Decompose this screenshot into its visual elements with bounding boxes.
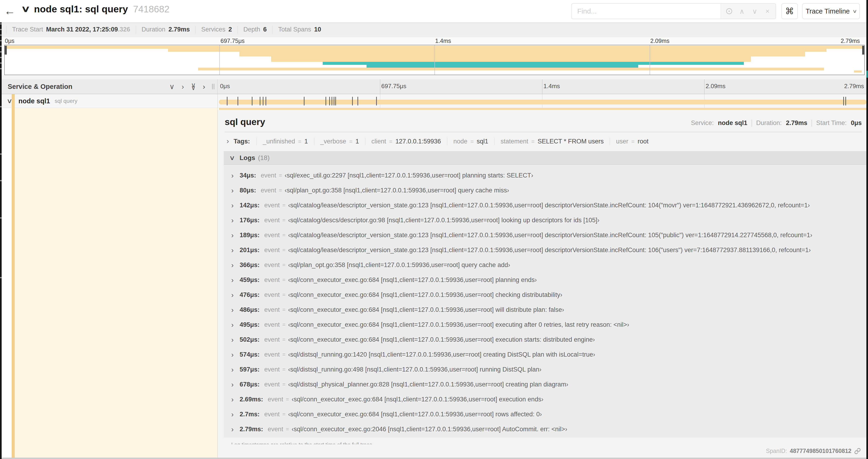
log-field-key: event xyxy=(265,217,280,224)
log-row[interactable]: › 459μs event = ‹sql/conn_executor_exec.… xyxy=(224,272,866,287)
tag-equals: = xyxy=(389,138,393,145)
chevron-right-icon[interactable]: › xyxy=(231,426,240,433)
expand-one-icon[interactable]: › xyxy=(182,83,184,90)
bottom-scrollbar-strip[interactable] xyxy=(2,458,866,459)
log-row[interactable]: › 201μs event = ‹sql/catalog/lease/descr… xyxy=(224,242,866,258)
log-event-value: ‹sql/catalog/lease/descriptor_version_st… xyxy=(288,247,811,254)
tag-item: statement = SELECT * FROM users xyxy=(494,138,610,145)
chevron-right-icon[interactable]: › xyxy=(231,306,240,314)
chevron-down-icon[interactable]: ∨ xyxy=(21,4,31,14)
log-equals: = xyxy=(282,247,286,253)
chevron-right-icon[interactable]: › xyxy=(231,276,240,284)
clear-find-icon[interactable]: × xyxy=(763,6,772,16)
link-icon[interactable] xyxy=(854,448,861,454)
duration-value: 2.79ms xyxy=(786,120,807,127)
chevron-right-icon[interactable]: › xyxy=(231,396,240,403)
chevron-right-icon[interactable]: › xyxy=(231,336,240,343)
log-row[interactable]: › 597μs event = ‹sql/distsql_running.go:… xyxy=(224,362,866,377)
log-row[interactable]: › 476μs event = ‹sql/conn_executor_exec.… xyxy=(224,287,866,302)
chevron-right-icon[interactable]: › xyxy=(231,247,240,254)
column-resizer[interactable] xyxy=(212,84,214,89)
log-row[interactable]: › 176μs event = ‹sql/catalog/descs/descr… xyxy=(224,213,866,228)
span-id-bar: SpanID: 4877749850101760812 xyxy=(218,444,866,458)
top-bar: ← ∨ node sql1: sql query 7418682 ∧ ∨ × ⌘… xyxy=(0,0,868,22)
trace-info-item: Depth 6 xyxy=(238,26,272,34)
find-input[interactable] xyxy=(572,4,720,19)
axis-tick-label: 2.09ms xyxy=(706,83,725,90)
log-equals: = xyxy=(282,276,286,283)
logs-header[interactable]: ∨ Logs (18) xyxy=(224,151,866,165)
axis-tick-label: 2.09ms xyxy=(650,38,670,44)
chevron-right-icon[interactable]: › xyxy=(231,172,240,179)
tags-row[interactable]: › Tags: _unfinished = 1 _verbose = 1 cli… xyxy=(218,132,866,145)
axis-gridline xyxy=(542,79,542,94)
chevron-right-icon[interactable]: › xyxy=(231,232,240,239)
log-row[interactable]: › 2.7ms event = ‹sql/conn_executor_exec.… xyxy=(224,407,866,422)
log-row[interactable]: › 2.79ms event = ‹sql/conn_executor_exec… xyxy=(224,422,866,437)
log-field-key: event xyxy=(268,396,283,403)
chevron-right-icon[interactable]: › xyxy=(231,291,240,299)
log-row[interactable]: › 574μs event = ‹sql/distsql_running.go:… xyxy=(224,347,866,362)
log-row[interactable]: › 142μs event = ‹sql/catalog/lease/descr… xyxy=(224,198,866,213)
log-equals: = xyxy=(282,292,286,298)
span-duration-bar[interactable] xyxy=(219,100,867,104)
span-id-value: 4877749850101760812 xyxy=(790,448,851,454)
tag-equals: = xyxy=(631,138,635,145)
log-timestamp: 495μs xyxy=(240,321,260,328)
next-result-icon[interactable]: ∨ xyxy=(750,6,759,16)
trace-minimap[interactable] xyxy=(4,45,865,75)
chevron-right-icon[interactable]: › xyxy=(231,187,240,194)
span-row-timeline[interactable] xyxy=(218,94,866,108)
expand-all-icon[interactable]: ›› xyxy=(203,83,206,90)
log-row[interactable]: › 678μs event = ‹sql/distsql_physical_pl… xyxy=(224,377,866,392)
collapse-all-icon[interactable]: ∨∨ xyxy=(191,84,196,89)
minimap-left-handle[interactable] xyxy=(5,46,7,55)
log-timestamp: 189μs xyxy=(240,232,260,239)
log-timestamp: 80μs xyxy=(240,187,256,194)
minimap-gridline xyxy=(434,45,435,75)
view-selector-button[interactable]: Trace Timeline ∨ xyxy=(802,3,860,19)
tag-key: node xyxy=(453,138,467,145)
keyboard-shortcuts-button[interactable]: ⌘ xyxy=(781,3,798,19)
trace-info-item: Services 2 xyxy=(195,26,238,34)
tag-key: client xyxy=(371,138,386,145)
log-timestamp: 459μs xyxy=(240,276,260,284)
chevron-right-icon[interactable]: › xyxy=(231,217,240,224)
chevron-right-icon[interactable]: › xyxy=(231,411,240,418)
log-row[interactable]: › 189μs event = ‹sql/catalog/lease/descr… xyxy=(224,228,866,242)
collapse-one-icon[interactable]: ∨ xyxy=(169,83,175,90)
chevron-right-icon[interactable]: › xyxy=(231,321,240,328)
minimap-right-handle[interactable] xyxy=(862,46,864,55)
log-row[interactable]: › 2.69ms event = ‹sql/conn_executor_exec… xyxy=(224,392,866,407)
chevron-right-icon[interactable]: › xyxy=(231,261,240,269)
prev-result-icon[interactable]: ∧ xyxy=(737,6,747,16)
chevron-right-icon[interactable]: › xyxy=(226,137,229,144)
chevron-right-icon[interactable]: › xyxy=(231,351,240,358)
divider xyxy=(811,120,812,127)
log-event-value: ‹sql/conn_executor_exec.go:2046 [nsql1,c… xyxy=(292,426,567,433)
chevron-down-icon[interactable]: ∨ xyxy=(229,154,235,162)
log-row[interactable]: › 502μs event = ‹sql/conn_executor_exec.… xyxy=(224,332,866,347)
log-field-key: event xyxy=(265,336,280,343)
log-row[interactable]: › 495μs event = ‹sql/conn_executor_exec.… xyxy=(224,317,866,332)
log-row[interactable]: › 34μs event = ‹sql/exec_util.go:2297 [n… xyxy=(224,168,866,183)
page-title: node sql1: sql query xyxy=(34,4,128,15)
span-row-label[interactable]: ∨ node sql1 sql query xyxy=(2,94,218,108)
tag-key: user xyxy=(616,138,628,145)
log-row[interactable]: › 80μs event = ‹sql/plan_opt.go:358 [nsq… xyxy=(224,183,866,198)
focus-target-icon[interactable] xyxy=(724,6,734,16)
right-scrollbar-strip[interactable] xyxy=(866,0,868,459)
chevron-right-icon[interactable]: › xyxy=(231,202,240,209)
log-row[interactable]: › 366μs event = ‹sql/plan_opt.go:358 [ns… xyxy=(224,258,866,272)
expanded-span-accent-bar xyxy=(219,108,866,110)
logs-count: (18) xyxy=(258,154,270,162)
log-equals: = xyxy=(282,232,286,238)
log-equals: = xyxy=(286,396,289,402)
chevron-right-icon[interactable]: › xyxy=(231,366,240,373)
log-row[interactable]: › 486μs event = ‹sql/conn_executor_exec.… xyxy=(224,302,866,317)
service-label: Service: xyxy=(691,120,714,127)
left-scrollbar-strip[interactable] xyxy=(0,22,2,459)
back-arrow-icon[interactable]: ← xyxy=(3,3,17,18)
chevron-right-icon[interactable]: › xyxy=(231,381,240,388)
log-field-key: event xyxy=(265,261,280,269)
